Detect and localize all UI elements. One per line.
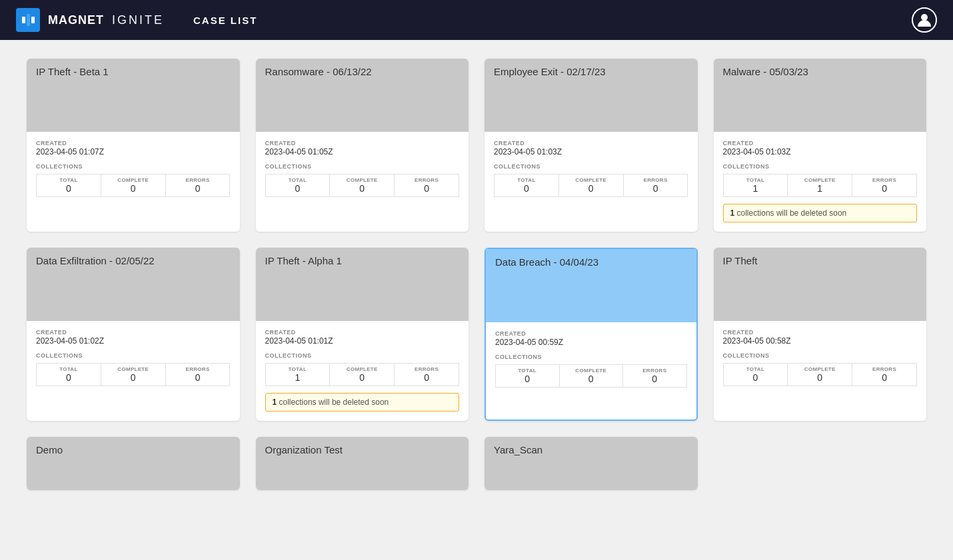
total-label: TOTAL — [267, 177, 329, 183]
stat-complete: COMPLETE 0 — [788, 363, 852, 386]
case-card-body: CREATED 2023-04-05 01:02Z COLLECTIONS TO… — [27, 321, 240, 396]
total-label: TOTAL — [725, 177, 786, 183]
case-card-body: CREATED 2023-04-05 00:59Z COLLECTIONS TO… — [486, 322, 696, 397]
stat-errors: ERRORS 0 — [395, 174, 459, 197]
total-label: TOTAL — [267, 366, 329, 372]
case-thumbnail: Employee Exit - 02/17/23 — [484, 59, 698, 132]
errors-value: 0 — [396, 183, 457, 194]
stat-complete: COMPLETE 0 — [560, 364, 624, 388]
collections-stats: TOTAL 0 COMPLETE 0 ERRORS 0 — [36, 174, 231, 197]
errors-value: 0 — [625, 183, 686, 194]
case-card[interactable]: Organization Test — [256, 437, 469, 490]
stat-errors: ERRORS 0 — [623, 364, 687, 388]
case-title: IP Theft — [723, 254, 758, 268]
total-label: TOTAL — [38, 177, 99, 183]
user-avatar[interactable] — [912, 7, 937, 33]
collections-stats: TOTAL 1 COMPLETE 1 ERRORS 0 — [723, 174, 918, 197]
errors-label: ERRORS — [854, 366, 915, 372]
collections-label: COLLECTIONS — [494, 163, 688, 170]
svg-point-3 — [921, 14, 928, 21]
main-content: IP Theft - Beta 1 CREATED 2023-04-05 01:… — [0, 40, 953, 509]
complete-label: COMPLETE — [561, 368, 622, 374]
case-title: Data Exfiltration - 02/05/22 — [36, 254, 155, 268]
stat-complete: COMPLETE 0 — [330, 174, 395, 197]
stat-complete: COMPLETE 0 — [559, 174, 624, 197]
collections-stats: TOTAL 0 COMPLETE 0 ERRORS 0 — [723, 363, 918, 386]
case-card[interactable]: IP Theft - Alpha 1 CREATED 2023-04-05 01… — [256, 248, 469, 421]
complete-value: 1 — [789, 183, 850, 194]
case-card[interactable]: IP Theft CREATED 2023-04-05 00:58Z COLLE… — [714, 248, 927, 421]
collections-stats: TOTAL 0 COMPLETE 0 ERRORS 0 — [36, 363, 231, 386]
case-thumbnail: IP Theft — [714, 248, 927, 321]
stat-errors: ERRORS 0 — [624, 174, 688, 197]
case-card[interactable]: Data Exfiltration - 02/05/22 CREATED 202… — [27, 248, 240, 421]
errors-label: ERRORS — [396, 177, 457, 183]
created-label: CREATED — [265, 140, 460, 146]
case-card-body: CREATED 2023-04-05 01:03Z COLLECTIONS TO… — [484, 132, 698, 206]
complete-value: 0 — [103, 372, 164, 383]
created-value: 2023-04-05 01:03Z — [723, 147, 918, 156]
errors-value: 0 — [854, 183, 915, 194]
case-title: Yara_Scan — [494, 443, 542, 457]
case-card[interactable]: Demo — [27, 437, 240, 490]
stat-total: TOTAL 0 — [495, 364, 560, 388]
stat-total: TOTAL 0 — [36, 174, 101, 197]
created-value: 2023-04-05 01:03Z — [494, 147, 688, 156]
errors-label: ERRORS — [396, 366, 457, 372]
stat-errors: ERRORS 0 — [852, 363, 917, 386]
case-card[interactable]: Data Breach - 04/04/23 CREATED 2023-04-0… — [484, 248, 698, 421]
created-value: 2023-04-05 00:59Z — [495, 338, 687, 347]
stat-errors: ERRORS 0 — [166, 174, 231, 197]
complete-value: 0 — [331, 183, 393, 194]
collections-label: COLLECTIONS — [36, 163, 231, 170]
stat-total: TOTAL 0 — [265, 174, 331, 197]
case-card-body: CREATED 2023-04-05 00:58Z COLLECTIONS TO… — [714, 321, 927, 396]
case-card-body: CREATED 2023-04-05 01:07Z COLLECTIONS TO… — [27, 132, 240, 206]
errors-label: ERRORS — [167, 177, 229, 183]
case-thumbnail: Data Exfiltration - 02/05/22 — [27, 248, 240, 321]
collections-label: COLLECTIONS — [723, 352, 918, 359]
header-left: MAGNET IGNITE CASE LIST — [16, 8, 257, 32]
case-grid: IP Theft - Beta 1 CREATED 2023-04-05 01:… — [27, 59, 926, 490]
case-thumbnail: Demo — [27, 437, 240, 490]
stat-errors: ERRORS 0 — [395, 363, 459, 386]
app-header: MAGNET IGNITE CASE LIST — [0, 0, 953, 40]
case-card[interactable]: IP Theft - Beta 1 CREATED 2023-04-05 01:… — [27, 59, 240, 232]
case-thumbnail: Malware - 05/03/23 — [714, 59, 927, 132]
created-label: CREATED — [723, 329, 918, 336]
total-value: 1 — [267, 372, 329, 383]
collections-stats: TOTAL 0 COMPLETE 0 ERRORS 0 — [495, 364, 687, 388]
stat-errors: ERRORS 0 — [852, 174, 917, 197]
stat-complete: COMPLETE 1 — [788, 174, 852, 197]
errors-label: ERRORS — [625, 177, 686, 183]
case-thumbnail: Ransomware - 06/13/22 — [256, 59, 469, 132]
stat-errors: ERRORS 0 — [166, 363, 231, 386]
svg-rect-0 — [22, 17, 25, 23]
errors-value: 0 — [167, 183, 229, 194]
logo-icon — [16, 8, 40, 32]
case-card[interactable]: Ransomware - 06/13/22 CREATED 2023-04-05… — [256, 59, 469, 232]
stat-total: TOTAL 1 — [265, 363, 331, 386]
created-value: 2023-04-05 00:58Z — [723, 336, 918, 346]
case-card[interactable]: Malware - 05/03/23 CREATED 2023-04-05 01… — [714, 59, 927, 232]
created-value: 2023-04-05 01:01Z — [265, 336, 460, 346]
stat-total: TOTAL 0 — [494, 174, 559, 197]
case-title: Demo — [36, 443, 63, 457]
case-thumbnail: Data Breach - 04/04/23 — [486, 249, 696, 322]
case-card[interactable]: Employee Exit - 02/17/23 CREATED 2023-04… — [484, 59, 698, 232]
complete-label: COMPLETE — [789, 177, 850, 183]
brand-name: MAGNET — [48, 13, 104, 27]
collections-label: COLLECTIONS — [495, 354, 687, 360]
total-value: 0 — [38, 183, 99, 194]
case-title: Malware - 05/03/23 — [723, 65, 808, 79]
case-title: Ransomware - 06/13/22 — [265, 65, 372, 79]
case-thumbnail: Yara_Scan — [484, 437, 698, 490]
case-card[interactable]: Yara_Scan — [484, 437, 698, 490]
page-title: CASE LIST — [193, 15, 257, 26]
complete-label: COMPLETE — [560, 177, 622, 183]
total-value: 0 — [267, 183, 329, 194]
warning-banner: 1 collections will be deleted soon — [265, 393, 460, 412]
collections-label: COLLECTIONS — [265, 163, 460, 170]
total-value: 0 — [497, 374, 558, 384]
stat-total: TOTAL 0 — [723, 363, 788, 386]
